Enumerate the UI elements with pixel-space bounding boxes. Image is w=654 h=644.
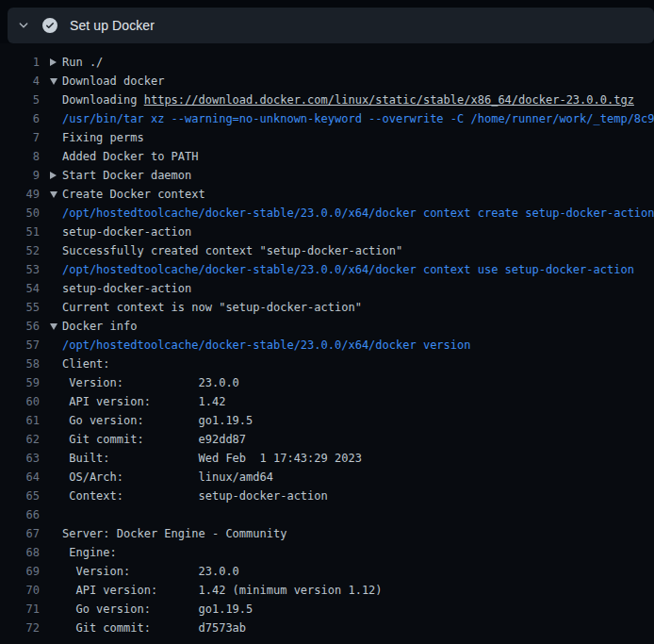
line-number[interactable]: 57 [0,336,40,355]
line-number[interactable]: 1 [0,53,40,72]
line-number[interactable]: 9 [0,166,40,185]
plain-text: Fixing perms [62,131,144,144]
log-row: 53/opt/hostedtoolcache/docker-stable/23.… [0,260,654,279]
plain-text: Start Docker daemon [62,169,191,182]
plain-text: Run ./ [62,56,103,69]
plain-text: Git commit: e92dd87 [62,433,246,446]
plain-text: Current context is now "setup-docker-act… [62,301,362,314]
line-number[interactable]: 55 [0,298,40,317]
log-row: 55Current context is now "setup-docker-a… [0,298,654,317]
line-number[interactable]: 8 [0,147,40,166]
plain-text: Engine: [62,546,117,559]
log-text: Server: Docker Engine - Community [62,524,286,543]
group-title: Download docker [62,72,164,91]
log-row: 59 Version: 23.0.0 [0,373,654,392]
log-text: /opt/hostedtoolcache/docker-stable/23.0.… [62,204,654,223]
log-row: 71 Go version: go1.19.5 [0,600,654,619]
log-text: Downloading https://download.docker.com/… [62,91,634,109]
line-number[interactable]: 72 [0,619,40,637]
log-row: 65 Context: setup-docker-action [0,487,654,505]
log-row: 51setup-docker-action [0,223,654,241]
log-text: Git commit: d7573ab [62,619,246,637]
plain-text: API version: 1.42 (minimum version 1.12) [62,584,383,597]
line-number[interactable]: 66 [0,505,40,524]
log-row: 61 Go version: go1.19.5 [0,411,654,430]
line-number[interactable]: 52 [0,241,40,260]
log-row: 70 API version: 1.42 (minimum version 1.… [0,581,654,600]
check-circle-icon [42,18,57,33]
line-number[interactable]: 49 [0,185,40,204]
group-title: Start Docker daemon [62,166,191,185]
line-number[interactable]: 6 [0,109,40,128]
log-group-row[interactable]: 4Download docker [0,72,654,91]
line-number[interactable]: 4 [0,72,40,91]
line-number[interactable]: 71 [0,600,40,619]
log-group-row[interactable]: 1Run ./ [0,53,654,72]
log-row: 66 [0,505,654,524]
log-text: Built: Wed Feb 1 17:43:29 2023 [62,449,362,468]
line-number[interactable]: 61 [0,411,40,430]
log-row: 67Server: Docker Engine - Community [0,524,654,543]
plain-text: OS/Arch: linux/amd64 [62,471,273,484]
plain-text: Create Docker context [62,188,205,201]
group-expanded-arrow-icon[interactable] [50,191,62,198]
group-collapsed-arrow-icon[interactable] [50,58,62,66]
plain-text: Server: Docker Engine - Community [62,527,286,540]
step-title: Set up Docker [70,18,155,33]
line-number[interactable]: 70 [0,581,40,600]
plain-text: Go version: go1.19.5 [62,603,253,616]
plain-text: Version: 23.0.0 [62,376,239,389]
log-row: 8Added Docker to PATH [0,147,654,166]
line-number[interactable]: 63 [0,449,40,468]
log-text: /opt/hostedtoolcache/docker-stable/23.0.… [62,260,634,279]
log-row: 7Fixing perms [0,128,654,147]
line-number[interactable]: 69 [0,562,40,581]
line-number[interactable]: 67 [0,524,40,543]
command-text: /usr/bin/tar xz --warning=no-unknown-key… [62,112,654,125]
plain-text: Successfully created context "setup-dock… [62,244,402,257]
line-number[interactable]: 65 [0,487,40,505]
chevron-down-icon[interactable] [17,19,30,32]
plain-text: Downloading [62,93,144,107]
log-text: Go version: go1.19.5 [62,411,253,430]
plain-text: Download docker [62,74,164,88]
log-row: 50/opt/hostedtoolcache/docker-stable/23.… [0,204,654,223]
line-number[interactable]: 51 [0,223,40,241]
log-text: Fixing perms [62,128,144,147]
log-row: 57/opt/hostedtoolcache/docker-stable/23.… [0,336,654,355]
log-text: Go version: go1.19.5 [62,600,253,619]
line-number[interactable]: 62 [0,430,40,449]
line-number[interactable]: 54 [0,279,40,298]
line-number[interactable]: 59 [0,373,40,392]
plain-text: Git commit: d7573ab [62,621,246,635]
log-text: Version: 23.0.0 [62,373,239,392]
group-collapsed-arrow-icon[interactable] [50,172,62,179]
log-text: API version: 1.42 (minimum version 1.12) [62,581,383,600]
line-number[interactable]: 7 [0,128,40,147]
line-number[interactable]: 64 [0,468,40,487]
group-expanded-arrow-icon[interactable] [50,323,62,330]
command-text: /opt/hostedtoolcache/docker-stable/23.0.… [62,263,634,276]
log-text: Engine: [62,543,117,562]
step-header[interactable]: Set up Docker [8,8,654,43]
plain-text: setup-docker-action [62,225,191,239]
log-link[interactable]: https://download.docker.com/linux/static… [144,93,634,107]
line-number[interactable]: 5 [0,91,40,109]
log-row: 63 Built: Wed Feb 1 17:43:29 2023 [0,449,654,468]
line-number[interactable]: 56 [0,317,40,336]
plain-text: Version: 23.0.0 [62,565,239,578]
log-group-row[interactable]: 9Start Docker daemon [0,166,654,185]
plain-text: setup-docker-action [62,282,191,295]
line-number[interactable]: 58 [0,355,40,373]
plain-text: API version: 1.42 [62,395,225,408]
log-group-row[interactable]: 56Docker info [0,317,654,336]
line-number[interactable]: 53 [0,260,40,279]
log-row: 64 OS/Arch: linux/amd64 [0,468,654,487]
group-expanded-arrow-icon[interactable] [50,78,62,85]
log-group-row[interactable]: 49Create Docker context [0,185,654,204]
log-lines: 1Run ./4Download docker5Downloading http… [0,43,654,644]
line-number[interactable]: 68 [0,543,40,562]
log-text: Version: 23.0.0 [62,562,239,581]
line-number[interactable]: 60 [0,392,40,411]
line-number[interactable]: 50 [0,204,40,223]
